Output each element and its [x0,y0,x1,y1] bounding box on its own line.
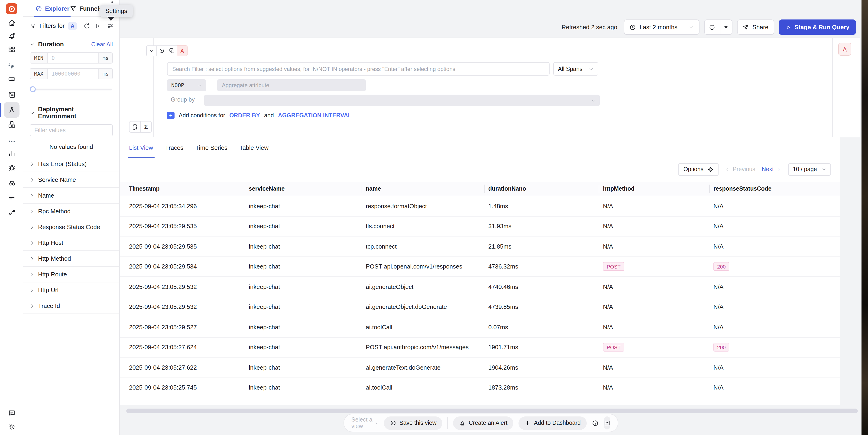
sidebar-item-session-recording[interactable] [0,59,23,72]
attribute-filter-row[interactable]: Trace Id [23,298,119,314]
options-button[interactable]: Options [678,163,718,175]
table-row[interactable]: 2025-09-04 23:05:27.624 inkeep-chat POST… [120,337,840,357]
add-conditions-button[interactable]: + [167,112,175,119]
attribute-filter-row[interactable]: Rpc Method [23,204,119,220]
sidebar-item-metrics[interactable] [0,146,23,160]
stage-run-query-button[interactable]: Stage & Run Query [779,20,856,35]
table-row[interactable]: 2025-09-04 23:05:27.622 inkeep-chat ai.g… [120,357,840,377]
sync-filters-icon[interactable] [84,23,90,29]
sidebar-item-views[interactable] [0,191,23,204]
info-button[interactable] [592,420,599,427]
sidebar-item-exceptions[interactable] [0,161,23,174]
add-conditions-text: Add conditions for [179,112,225,119]
sidebar-item-routes[interactable] [0,206,23,219]
attribute-label: Http Host [38,239,63,246]
col-response-status[interactable]: responseStatusCode [713,182,840,196]
table-row[interactable]: 2025-09-04 23:05:29.532 inkeep-chat ai.g… [120,276,840,297]
duration-slider-track[interactable] [31,89,112,91]
clear-all-link[interactable]: Clear All [91,41,113,47]
sidebar-item-services[interactable] [0,118,23,131]
binoculars-icon [8,179,16,187]
sidebar-item-logs[interactable] [0,88,23,101]
sidebar-item-more[interactable] [0,134,23,147]
share-button[interactable]: Share [737,20,774,35]
logs-scroll-icon [8,91,16,99]
horizontal-scrollbar[interactable] [126,408,858,413]
table-row[interactable]: 2025-09-04 23:05:29.534 inkeep-chat POST… [120,256,840,276]
create-alert-button[interactable]: Create an Alert [453,416,514,430]
sidebar-item-feedback[interactable] [0,406,23,419]
order-by-link[interactable]: ORDER BY [229,112,260,119]
add-to-dashboard-button[interactable]: Add to Dashboard [519,416,587,430]
attribute-filter-row[interactable]: Response Status Code [23,220,119,235]
max-input[interactable]: 100000000 [48,69,98,79]
sidebar-item-infrastructure[interactable] [0,72,23,85]
query-chip-a[interactable]: A [68,22,77,29]
sidebar-item-home[interactable] [0,16,23,29]
attribute-filter-row[interactable]: Http Route [23,267,119,282]
search-filter-input[interactable] [167,62,550,76]
duration-slider-handle[interactable] [30,86,36,92]
tab-time-series-label: Time Series [195,144,227,151]
col-duration[interactable]: durationNano [488,182,603,196]
col-service-name[interactable]: serviceName [249,182,366,196]
attribute-label: Http Method [38,255,71,262]
chevron-right-icon [30,225,34,229]
cell-name: ai.toolCall [366,384,488,391]
save-view-button[interactable]: Save this view [384,416,442,430]
refresh-options-button[interactable] [720,20,732,34]
table-row[interactable]: 2025-09-04 23:05:34.296 inkeep-chat resp… [120,196,840,216]
sidebar-item-settings[interactable] [0,420,23,433]
table-row[interactable]: 2025-09-04 23:05:29.535 inkeep-chat tcp.… [120,236,840,256]
query-panel-badge[interactable]: A [838,43,851,56]
page-size-select[interactable]: 10 / page [788,163,831,175]
export-button[interactable] [604,416,610,429]
sidebar-item-traces-active[interactable] [4,102,20,118]
query-name-badge[interactable]: A [177,45,188,56]
span-scope-select[interactable]: All Spans [553,62,598,76]
sidebar-item-dashboards[interactable] [0,43,23,56]
collapse-panel-icon[interactable] [95,23,102,29]
tab-traces[interactable]: Traces [165,137,184,158]
tab-time-series[interactable]: Time Series [195,137,227,158]
deployment-filter-input[interactable] [30,124,113,136]
cell-service: inkeep-chat [249,203,366,210]
col-http-method[interactable]: httpMethod [603,182,713,196]
signoz-logo[interactable] [6,3,17,14]
time-range-select[interactable]: Last 2 months [624,20,700,35]
table-row[interactable]: 2025-09-04 23:05:29.532 inkeep-chat ai.g… [120,297,840,317]
sidebar-item-explorer-search[interactable] [0,176,23,189]
desktop-wallpaper-strip [862,0,868,435]
copy-icon [169,48,175,54]
table-row[interactable]: 2025-09-04 23:05:25.745 inkeep-chat ai.t… [120,377,840,397]
table-row[interactable]: 2025-09-04 23:05:29.535 inkeep-chat tls.… [120,216,840,236]
col-name[interactable]: name [366,182,488,196]
attribute-filter-row[interactable]: Http Host [23,235,119,251]
col-timestamp[interactable]: Timestamp [129,182,249,196]
filter-settings-sliders-icon[interactable] [107,22,114,29]
next-page-button[interactable]: Next [762,166,781,172]
tab-funnels[interactable]: Funnels [70,0,102,17]
formula-button[interactable]: Σ [140,121,152,133]
refresh-button[interactable] [705,20,720,34]
query-collapse-button[interactable] [146,45,157,56]
select-view-dropdown[interactable]: Select a view [351,416,378,429]
attribute-filter-row[interactable]: Http Method [23,251,119,267]
aggregate-operator-select[interactable]: NOOP [167,79,206,91]
table-row[interactable]: 2025-09-04 23:05:29.527 inkeep-chat ai.t… [120,317,840,337]
min-input[interactable]: 0 [48,53,98,63]
query-disable-button[interactable] [156,45,167,56]
query-builder-button[interactable] [129,121,141,133]
aggregation-interval-link[interactable]: AGGREGATION INTERVAL [278,112,351,119]
tab-table-view[interactable]: Table View [240,137,269,158]
tab-explorer[interactable]: Explorer [35,0,70,17]
query-copy-button[interactable] [167,45,177,56]
tab-list-view[interactable]: List View [129,137,153,158]
attribute-filter-row[interactable]: Http Url [23,282,119,298]
attribute-filter-row[interactable]: Has Error (Status) [23,156,119,172]
attribute-filter-row[interactable]: Service Name [23,172,119,188]
sidebar-item-alerts[interactable] [0,29,23,42]
chevron-down-icon[interactable] [30,110,35,115]
chevron-down-icon[interactable] [30,42,35,47]
attribute-filter-row[interactable]: Name [23,188,119,204]
